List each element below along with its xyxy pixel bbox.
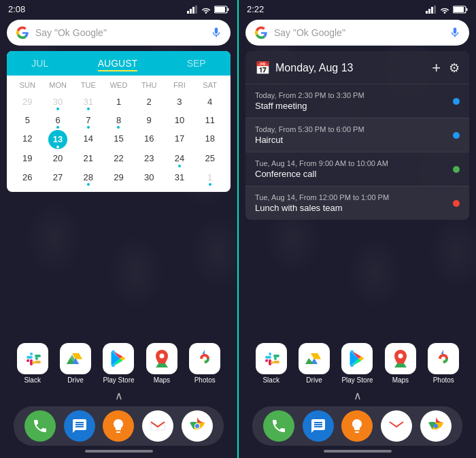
cal-day[interactable]: 19 — [12, 150, 43, 167]
svg-rect-0 — [187, 11, 189, 14]
app-maps-right[interactable]: Maps — [385, 343, 416, 384]
cal-day[interactable]: 29 — [103, 169, 134, 186]
app-maps-left[interactable]: Maps — [146, 343, 177, 384]
app-playstore-left[interactable]: Play Store — [103, 343, 134, 384]
cal-day[interactable]: 8 — [103, 112, 134, 129]
status-icons-right — [426, 5, 468, 14]
event-item-1[interactable]: Today, From 2:30 PM to 3:30 PM Staff mee… — [245, 84, 469, 118]
cal-day[interactable]: 12 — [12, 130, 43, 149]
app-label-slack-left: Slack — [24, 376, 40, 384]
cal-days: 29 30 31 1 2 3 4 5 6 7 8 9 10 11 12 13 1… — [12, 93, 225, 186]
month-aug[interactable]: AUGUST — [98, 58, 137, 71]
search-placeholder-left: Say "Ok Google" — [35, 27, 205, 38]
dock-chrome-right[interactable] — [420, 410, 452, 442]
app-slack-left[interactable]: Slack — [17, 343, 48, 384]
calendar-months: JUL AUGUST SEP — [7, 51, 231, 76]
cal-day[interactable]: 30 — [43, 93, 73, 111]
svg-rect-16 — [431, 7, 433, 14]
settings-button[interactable]: ⚙ — [449, 61, 460, 76]
app-drive-left[interactable]: Drive — [60, 343, 91, 384]
event-item-4[interactable]: Tue, Aug 14, From 12:00 PM to 1:00 PM Lu… — [245, 186, 469, 220]
event-item-3[interactable]: Tue, Aug 14, From 9:00 AM to 10:00 AM Co… — [245, 152, 469, 186]
app-row-main-left: Slack Drive — [0, 339, 237, 388]
dock-bulb-right[interactable] — [341, 410, 373, 442]
app-label-playstore-left: Play Store — [103, 376, 134, 384]
event-time-1: Today, From 2:30 PM to 3:30 PM — [255, 91, 446, 99]
cal-day[interactable]: 11 — [194, 112, 225, 129]
app-drive-right[interactable]: Drive — [299, 343, 330, 384]
month-sep[interactable]: SEP — [187, 58, 206, 71]
mic-icon-left[interactable] — [210, 27, 222, 39]
wd-mon: MON — [43, 80, 73, 91]
cal-day[interactable]: 2 — [134, 93, 165, 111]
app-slack-right[interactable]: Slack — [256, 343, 287, 384]
cal-day[interactable]: 16 — [134, 130, 165, 149]
dock-phone-right[interactable] — [263, 410, 294, 442]
app-dock-left: Slack Drive — [0, 339, 237, 458]
cal-day[interactable]: 27 — [43, 169, 73, 186]
cal-day[interactable]: 7 — [73, 112, 103, 129]
cal-day[interactable]: 26 — [12, 169, 43, 186]
photos-icon-left — [189, 343, 220, 374]
cal-day[interactable]: 5 — [12, 112, 43, 129]
phone-dock-icon-left — [24, 410, 56, 442]
cal-day[interactable]: 9 — [134, 112, 165, 129]
app-row-main-right: Slack Drive — [239, 339, 476, 388]
add-event-button[interactable]: + — [432, 59, 441, 77]
dock-message-right[interactable] — [303, 410, 334, 442]
cal-day[interactable]: 22 — [103, 150, 134, 167]
cal-day[interactable]: 24 — [165, 150, 195, 167]
app-playstore-right[interactable]: Play Store — [341, 343, 373, 384]
cal-day[interactable]: 4 — [194, 93, 225, 111]
drive-icon-right — [299, 343, 330, 374]
mic-icon-right[interactable] — [449, 27, 461, 39]
cal-day[interactable]: 6 — [43, 112, 73, 129]
dock-phone-left[interactable] — [24, 410, 56, 442]
cal-day[interactable]: 17 — [165, 130, 195, 149]
event-date-title: Monday, Aug 13 — [275, 62, 426, 74]
home-indicator-left — [85, 450, 153, 453]
dock-gmail-left[interactable] — [142, 410, 173, 442]
cal-day[interactable]: 29 — [12, 93, 43, 111]
status-time-right: 2:22 — [247, 4, 264, 14]
expand-arrow-right[interactable]: ∧ — [239, 388, 476, 404]
search-bar-left[interactable]: Say "Ok Google" — [7, 20, 231, 46]
event-item-2[interactable]: Today, From 5:30 PM to 6:00 PM Haircut — [245, 118, 469, 152]
dock-message-left[interactable] — [64, 410, 95, 442]
cal-day[interactable]: 28 — [73, 169, 103, 186]
status-time-left: 2:08 — [8, 4, 25, 14]
app-photos-left[interactable]: Photos — [189, 343, 220, 384]
cal-day[interactable]: 31 — [73, 93, 103, 111]
cal-day-today[interactable]: 13 — [48, 130, 67, 149]
app-photos-right[interactable]: Photos — [428, 343, 459, 384]
cal-day[interactable]: 21 — [73, 150, 103, 167]
cal-day[interactable]: 1 — [194, 169, 225, 186]
cal-day[interactable]: 15 — [103, 130, 134, 149]
dock-bulb-left[interactable] — [103, 410, 134, 442]
dock-gmail-right[interactable] — [381, 410, 412, 442]
cal-day[interactable]: 31 — [165, 169, 195, 186]
expand-arrow-left[interactable]: ∧ — [0, 388, 237, 404]
right-screen: 2:22 Say "Ok Google" 📅 Monday, Aug 13 + … — [239, 0, 476, 458]
cal-day[interactable]: 30 — [134, 169, 165, 186]
wifi-icon — [201, 5, 211, 14]
cal-day[interactable]: 25 — [194, 150, 225, 167]
cal-day[interactable]: 23 — [134, 150, 165, 167]
event-info-1: Today, From 2:30 PM to 3:30 PM Staff mee… — [255, 91, 446, 111]
svg-point-21 — [398, 354, 403, 359]
cal-day[interactable]: 18 — [194, 130, 225, 149]
msg-dock-icon-left — [64, 410, 95, 442]
svg-rect-2 — [192, 7, 194, 14]
svg-point-7 — [159, 354, 164, 359]
month-jul[interactable]: JUL — [31, 58, 48, 71]
maps-icon-left — [146, 343, 177, 374]
event-name-4: Lunch with sales team — [255, 203, 446, 213]
cal-day[interactable]: 20 — [43, 150, 73, 167]
cal-day[interactable]: 3 — [165, 93, 195, 111]
cal-day[interactable]: 1 — [103, 93, 134, 111]
cal-day[interactable]: 14 — [73, 130, 103, 149]
event-dot-1 — [453, 98, 460, 105]
search-bar-right[interactable]: Say "Ok Google" — [245, 20, 469, 46]
cal-day[interactable]: 10 — [165, 112, 195, 129]
dock-chrome-left[interactable] — [182, 410, 213, 442]
